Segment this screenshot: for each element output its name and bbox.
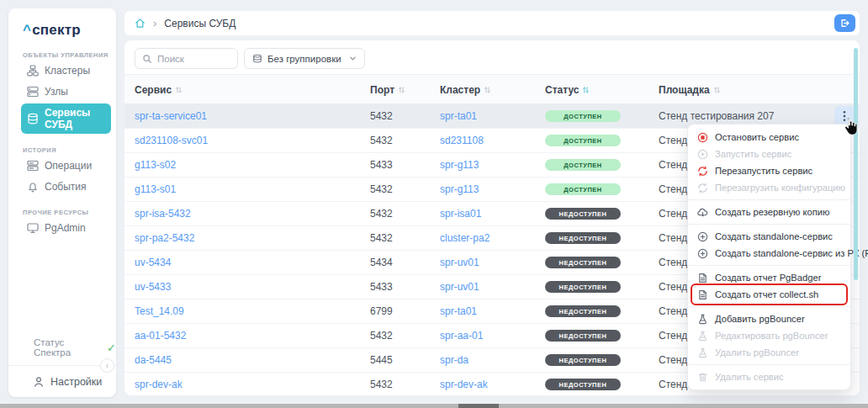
menu-item[interactable]: Добавить pgBouncer	[688, 310, 850, 327]
cluster-link[interactable]: spr-ta01	[440, 110, 477, 122]
port-value: 5432	[370, 135, 393, 146]
sidebar-item-nodes[interactable]: Узлы	[21, 82, 111, 101]
service-link[interactable]: spr-pa2-5432	[135, 232, 194, 244]
cluster-link[interactable]: cluster-pa2	[440, 232, 490, 244]
cluster-link[interactable]: sd231108	[440, 135, 484, 146]
sidebar-item-operations[interactable]: Операции	[21, 156, 111, 175]
menu-item-label: Запустить сервис	[715, 149, 791, 159]
column-header-label: Сервис	[135, 84, 172, 96]
menu-item: Редактировать pgBouncer	[688, 327, 850, 344]
service-link[interactable]: g113-s01	[135, 183, 176, 195]
menu-item-label: Остановить сервис	[715, 132, 799, 142]
breadcrumb-chevron-icon: ›	[153, 18, 156, 29]
spektr-status: Статус Спектра ✓	[34, 337, 116, 358]
menu-item[interactable]: Создать резервную копию	[688, 204, 850, 220]
horizontal-scrollbar-thumb[interactable]	[458, 404, 499, 408]
sidebar-nav: ОБЪЕКТЫ УПРАВЛЕНИЯКластерыУзлыСервисы СУ…	[8, 51, 116, 237]
menu-divider	[688, 224, 850, 225]
column-header[interactable]: Кластер	[440, 84, 491, 96]
menu-item: Запустить сервис	[688, 146, 850, 162]
grouping-icon	[252, 54, 262, 64]
menu-item[interactable]: Создать отчет PgBadger	[688, 269, 850, 286]
service-link[interactable]: g113-s02	[135, 159, 176, 171]
sidebar-item-settings[interactable]: Настройки	[33, 376, 102, 388]
status-badge: НЕДОСТУПЕН	[545, 232, 621, 244]
reload-icon	[697, 183, 708, 193]
menu-item[interactable]: Создать standalone-сервис	[688, 228, 850, 245]
status-badge: ДОСТУПЕН	[545, 110, 621, 122]
report-icon	[697, 289, 708, 300]
cluster-link[interactable]: spr-uv01	[440, 257, 479, 268]
cluster-link[interactable]: spr-da	[440, 354, 468, 366]
logo-text: спектр	[32, 22, 81, 38]
vertical-scrollbar[interactable]	[854, 48, 858, 280]
menu-divider	[688, 265, 850, 266]
cluster-link[interactable]: spr-aa-01	[440, 330, 483, 342]
port-value: 5432	[370, 208, 393, 220]
service-link[interactable]: da-5445	[135, 354, 172, 366]
flask-icon	[697, 331, 708, 342]
service-link[interactable]: spr-dev-ak	[135, 379, 183, 390]
horizontal-scrollbar[interactable]	[0, 404, 868, 408]
service-link[interactable]: uv-5433	[135, 281, 171, 293]
status-ok-check-icon: ✓	[107, 342, 116, 354]
status-badge: НЕДОСТУПЕН	[545, 330, 621, 342]
column-header[interactable]: Порт	[370, 84, 405, 96]
menu-item[interactable]: Создать standalone-сервис из РК (PITR)	[688, 245, 850, 262]
sidebar-item-events[interactable]: События	[21, 178, 111, 196]
sidebar-item-label: Узлы	[45, 86, 68, 98]
menu-item[interactable]: Остановить сервис	[688, 129, 850, 146]
sidebar-item-pgadmin[interactable]: PgAdmin	[21, 219, 111, 237]
service-link[interactable]: uv-5434	[135, 257, 171, 268]
breadcrumb-bar: › Сервисы СУБД	[124, 11, 860, 35]
cluster-link[interactable]: spr-uv01	[440, 281, 479, 293]
sort-icon	[175, 86, 183, 94]
service-link[interactable]: Test_14.09	[135, 305, 184, 317]
home-icon[interactable]	[135, 18, 146, 29]
port-value: 5432	[370, 232, 393, 244]
sidebar-collapse-button[interactable]: ‹	[100, 358, 114, 373]
cluster-link[interactable]: spr-isa01	[440, 208, 481, 220]
cluster-icon	[27, 65, 39, 77]
nav-section-label: ОБЪЕКТЫ УПРАВЛЕНИЯ	[23, 51, 116, 59]
cluster-link[interactable]: spr-dev-ak	[440, 379, 488, 390]
search-input[interactable]	[157, 54, 230, 64]
service-link[interactable]: spr-isa-5432	[135, 208, 191, 220]
search-icon	[142, 54, 152, 64]
status-badge: ДОСТУПЕН	[545, 159, 621, 171]
port-value: 5432	[370, 110, 393, 122]
nodes-icon	[27, 86, 39, 98]
sidebar-item-cluster[interactable]: Кластеры	[21, 61, 111, 80]
service-link[interactable]: aa-01-5432	[135, 330, 186, 342]
sidebar-footer-divider: ‹	[8, 365, 116, 366]
column-header[interactable]: Статус	[545, 84, 590, 96]
column-header[interactable]: Площадка	[659, 84, 721, 96]
service-link[interactable]: spr-ta-service01	[135, 110, 207, 122]
status-badge: НЕДОСТУПЕН	[545, 305, 621, 317]
sidebar-item-label: Кластеры	[45, 65, 90, 77]
service-link[interactable]: sd231108-svc01	[135, 135, 208, 146]
cluster-link[interactable]: spr-g113	[440, 183, 479, 195]
cluster-link[interactable]: spr-g113	[440, 159, 479, 171]
menu-item[interactable]: Перезапустить сервис	[688, 162, 850, 179]
play-circle-icon	[697, 149, 708, 160]
restart-icon	[697, 166, 708, 177]
database-icon	[27, 113, 39, 125]
site-value: Стенд тестирования 207	[659, 110, 774, 122]
person-icon	[33, 376, 45, 388]
sidebar-item-database[interactable]: Сервисы СУБД	[21, 103, 111, 134]
menu-item-label: Удалить сервис	[715, 372, 784, 382]
grouping-select[interactable]: Без группировки	[244, 48, 365, 69]
plus-circle-icon	[697, 248, 708, 259]
menu-item[interactable]: Создать отчет collect.sh	[688, 286, 850, 303]
logout-button[interactable]	[834, 14, 855, 32]
column-header[interactable]: Сервис	[135, 84, 183, 96]
report-icon	[697, 273, 708, 283]
events-icon	[27, 181, 39, 193]
port-value: 6799	[370, 305, 393, 317]
menu-divider	[688, 306, 850, 307]
cluster-link[interactable]: spr-ta01	[440, 305, 477, 317]
menu-item: Удалить pgBouncer	[688, 344, 850, 361]
menu-item-label: Создать отчет PgBadger	[715, 273, 821, 283]
nav-section-label: ПРОЧИЕ РЕСУРСЫ	[23, 209, 116, 216]
